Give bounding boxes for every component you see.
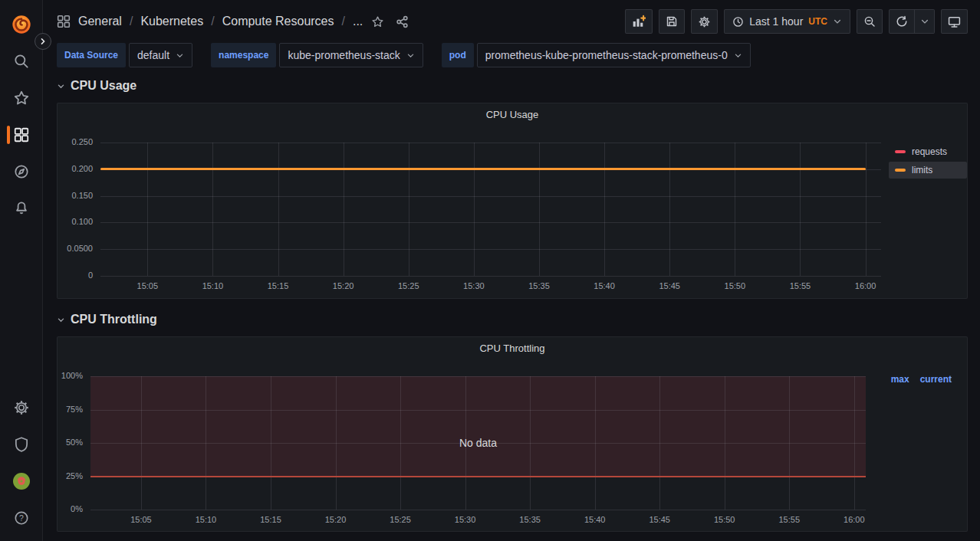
refresh-button-group xyxy=(889,9,935,34)
chevron-down-icon xyxy=(176,51,184,60)
refresh-dashboard-button[interactable] xyxy=(889,9,915,34)
dashboard-settings-button[interactable] xyxy=(691,9,718,34)
timeseries-chart-cpu-throttling[interactable]: No data 0%25%50%75%100%15:0515:1015:1515… xyxy=(58,359,880,531)
sidebar-item-profile[interactable] xyxy=(0,472,43,490)
variable-value: kube-prometheus-stack xyxy=(288,49,400,61)
x-axis-tick-label: 15:10 xyxy=(183,515,229,524)
legend-label: limits xyxy=(912,165,932,175)
gridline-v xyxy=(278,143,279,276)
dashboard-toolbar: Last 1 hour UTC xyxy=(625,9,968,34)
breadcrumb-separator: / xyxy=(128,15,134,28)
sidebar-item-server-admin[interactable] xyxy=(0,435,43,454)
y-axis-tick-label: 0 xyxy=(58,270,93,280)
variable-datasource: Data Source default xyxy=(57,43,192,67)
zoom-out-time-button[interactable] xyxy=(857,9,883,34)
breadcrumb-segment-truncated[interactable]: ... xyxy=(353,15,363,28)
x-axis-tick-label: 15:20 xyxy=(313,515,359,524)
dashboard-page: General / Kubernetes / Compute Resources… xyxy=(43,0,980,541)
plot-area[interactable] xyxy=(100,143,881,276)
gridline-v xyxy=(474,143,475,276)
breadcrumb-segment[interactable]: Kubernetes xyxy=(140,15,203,28)
compass-icon xyxy=(13,163,30,180)
sidebar-expand-button[interactable] xyxy=(35,33,51,50)
y-axis-tick-label: 0.0500 xyxy=(58,244,93,253)
avatar xyxy=(12,472,31,490)
variable-pod: pod prometheus-kube-prometheus-stack-pro… xyxy=(442,43,751,67)
y-axis-tick-label: 75% xyxy=(58,405,83,414)
refresh-icon xyxy=(896,15,908,28)
x-axis-tick-label: 16:00 xyxy=(843,281,889,290)
shield-icon xyxy=(13,436,30,453)
legend-item-limits[interactable]: limits xyxy=(889,162,967,179)
row-header-cpu-usage[interactable]: CPU Usage xyxy=(57,78,968,93)
x-axis-tick-label: 15:20 xyxy=(321,281,367,290)
x-axis-tick-label: 15:10 xyxy=(189,281,235,290)
sidebar-item-search[interactable] xyxy=(0,52,43,70)
gridline-h xyxy=(90,510,866,510)
gridline-h xyxy=(100,143,881,143)
series-color-swatch xyxy=(895,150,906,153)
timeseries-chart-cpu-usage[interactable]: 00.05000.1000.1500.2000.25015:0515:1015:… xyxy=(58,125,889,298)
chart-legend: requests limits xyxy=(889,125,967,298)
apps-icon xyxy=(57,15,71,28)
panel-title[interactable]: CPU Usage xyxy=(58,103,967,125)
add-panel-icon xyxy=(632,15,646,28)
breadcrumb-segment[interactable]: Compute Resources xyxy=(222,15,334,28)
star-dashboard-button[interactable] xyxy=(367,11,387,31)
gridline-v xyxy=(800,143,801,276)
series-line-limits xyxy=(100,168,866,170)
variable-namespace-picker[interactable]: kube-prometheus-stack xyxy=(279,43,423,67)
x-axis-tick-label: 15:05 xyxy=(124,281,170,290)
star-icon xyxy=(13,90,30,107)
legend-link-max[interactable]: max xyxy=(891,374,909,385)
gridline-v xyxy=(147,143,148,276)
variable-value: default xyxy=(137,49,169,61)
gridline-h xyxy=(100,276,881,277)
search-icon xyxy=(13,53,30,70)
sidebar: ? xyxy=(0,0,43,541)
apps-icon xyxy=(13,126,30,143)
variable-label: namespace xyxy=(211,43,276,67)
zoom-out-icon xyxy=(863,15,876,28)
no-data-message: No data xyxy=(90,376,866,510)
gridline-v xyxy=(409,143,409,276)
sidebar-item-dashboards[interactable] xyxy=(0,126,43,144)
share-icon xyxy=(396,15,409,28)
sidebar-item-alerting[interactable] xyxy=(0,199,43,218)
gear-icon xyxy=(13,399,30,416)
panel-title[interactable]: CPU Throttling xyxy=(58,337,967,359)
svg-text:?: ? xyxy=(19,514,24,523)
y-axis-tick-label: 0.200 xyxy=(58,164,93,173)
gridline-h xyxy=(100,196,881,197)
gridline-h xyxy=(100,249,881,250)
sidebar-item-help[interactable]: ? xyxy=(0,509,43,527)
sidebar-item-explore[interactable] xyxy=(0,162,43,181)
breadcrumb-folder[interactable]: General xyxy=(78,15,122,28)
help-icon: ? xyxy=(13,510,30,526)
legend-link-current[interactable]: current xyxy=(920,374,952,385)
x-axis-tick-label: 15:40 xyxy=(581,281,627,290)
page-header: General / Kubernetes / Compute Resources… xyxy=(57,0,968,43)
panel-cpu-throttling: CPU Throttling No data 0%25%50%75%100%15… xyxy=(57,336,968,532)
time-picker-button[interactable]: Last 1 hour UTC xyxy=(724,9,850,34)
add-panel-button[interactable] xyxy=(625,9,653,34)
save-dashboard-button[interactable] xyxy=(659,9,685,34)
chevron-right-icon xyxy=(39,38,47,45)
plot-area[interactable]: No data xyxy=(90,376,866,510)
legend-label: requests xyxy=(912,146,947,157)
sidebar-item-starred[interactable] xyxy=(0,89,43,107)
sidebar-item-configuration[interactable] xyxy=(0,398,43,417)
row-header-cpu-throttling[interactable]: CPU Throttling xyxy=(57,312,968,327)
gear-icon xyxy=(698,15,711,28)
variable-datasource-picker[interactable]: default xyxy=(129,43,192,67)
grafana-logo[interactable] xyxy=(11,14,32,35)
kiosk-mode-button[interactable] xyxy=(941,9,968,34)
legend-item-requests[interactable]: requests xyxy=(889,143,967,160)
panel-cpu-usage: CPU Usage 00.05000.1000.1500.2000.25015:… xyxy=(57,103,968,299)
refresh-interval-dropdown[interactable] xyxy=(915,9,935,34)
share-dashboard-button[interactable] xyxy=(392,11,412,31)
chevron-down-icon xyxy=(920,17,929,26)
variable-pod-picker[interactable]: prometheus-kube-prometheus-stack-prometh… xyxy=(477,43,751,67)
x-axis-tick-label: 15:45 xyxy=(636,515,682,524)
y-axis-tick-label: 0% xyxy=(58,504,83,513)
